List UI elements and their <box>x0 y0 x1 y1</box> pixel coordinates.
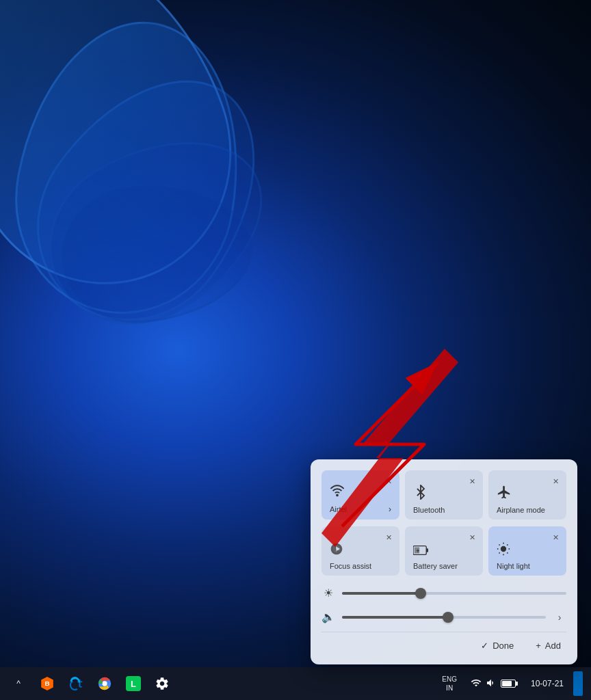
volume-slider-row: 🔈 › <box>321 608 566 626</box>
language-indicator[interactable]: ENGIN <box>438 672 461 695</box>
line-app-icon[interactable]: L <box>120 671 146 697</box>
focus-icon <box>330 542 391 559</box>
chrome-browser-icon[interactable] <box>92 671 118 697</box>
brightness-slider-row: ☀ <box>321 584 566 602</box>
svg-point-19 <box>102 681 107 686</box>
battery-saver-label: Battery saver <box>413 562 475 570</box>
wifi-pin-icon[interactable]: ✕ <box>382 474 395 488</box>
settings-app-icon[interactable] <box>149 671 175 697</box>
svg-text:B: B <box>44 679 49 687</box>
taskbar-right: ENGIN 10-07-21 <box>438 671 586 696</box>
focus-assist-tile[interactable]: ✕ Focus assist <box>321 526 399 576</box>
night-light-icon <box>497 542 558 559</box>
wifi-icon <box>330 483 391 502</box>
volume-icon: 🔈 <box>321 610 335 623</box>
night-light-label: Night light <box>497 562 558 570</box>
done-label: Done <box>492 641 514 651</box>
battery-saver-tile[interactable]: ✕ + Battery saver <box>405 526 483 576</box>
brave-browser-icon[interactable]: B <box>34 671 60 697</box>
tiles-row-2: ✕ Focus assist ✕ + Battery saver <box>321 526 566 576</box>
battery-tray-icon <box>501 679 516 688</box>
system-tray[interactable] <box>465 675 521 693</box>
edge-browser-icon[interactable] <box>63 671 89 697</box>
focus-label: Focus assist <box>330 562 391 570</box>
battery-saver-pin-icon[interactable]: ✕ <box>465 530 479 544</box>
night-light-tile[interactable]: ✕ Night light <box>488 526 566 576</box>
taskbar-left: ^ B <box>5 671 438 697</box>
bluetooth-label: Bluetooth <box>413 506 475 514</box>
add-button[interactable]: + Add <box>530 638 566 654</box>
notification-indicator[interactable] <box>573 671 583 696</box>
svg-line-12 <box>499 552 500 553</box>
wifi-tray-icon <box>471 677 482 690</box>
wifi-expand-icon[interactable]: › <box>389 504 391 514</box>
done-button[interactable]: ✓ Done <box>475 638 519 654</box>
svg-line-8 <box>499 545 500 546</box>
airplane-icon <box>497 485 558 503</box>
svg-text:+: + <box>417 548 420 554</box>
svg-line-9 <box>507 552 508 553</box>
volume-expand-arrow[interactable]: › <box>553 612 566 623</box>
svg-line-13 <box>507 545 508 546</box>
volume-slider[interactable] <box>342 616 546 619</box>
airplane-mode-tile[interactable]: ✕ Airplane mode <box>488 470 566 520</box>
taskbar-clock[interactable]: 10-07-21 <box>525 675 569 692</box>
night-light-pin-icon[interactable]: ✕ <box>549 530 562 544</box>
taskbar-date: 10-07-21 <box>531 678 564 690</box>
bluetooth-icon <box>413 485 475 503</box>
tray-overflow-button[interactable]: ^ <box>5 671 31 697</box>
brightness-slider[interactable] <box>342 592 566 595</box>
wifi-tile[interactable]: ✕ Airtel › <box>321 470 399 520</box>
svg-point-0 <box>337 495 338 496</box>
plus-icon: + <box>536 641 541 651</box>
taskbar: ^ B <box>0 667 591 700</box>
svg-point-5 <box>501 546 506 552</box>
tiles-row-1: ✕ Airtel › ✕ Bluetooth <box>321 470 566 520</box>
checkmark-icon: ✓ <box>481 641 488 651</box>
bluetooth-tile[interactable]: ✕ Bluetooth <box>405 470 483 520</box>
bluetooth-pin-icon[interactable]: ✕ <box>465 474 479 488</box>
battery-saver-icon: + <box>413 543 475 559</box>
wifi-label: Airtel <box>330 505 347 513</box>
volume-tray-icon <box>486 677 497 690</box>
brightness-icon: ☀ <box>321 587 335 600</box>
add-label: Add <box>545 641 561 651</box>
panel-bottom-bar: ✓ Done + Add <box>321 632 566 654</box>
airplane-label: Airplane mode <box>497 506 558 514</box>
svg-text:L: L <box>131 679 136 689</box>
svg-rect-2 <box>426 548 428 552</box>
focus-pin-icon[interactable]: ✕ <box>382 530 395 544</box>
quick-settings-panel: ✕ Airtel › ✕ Bluetooth <box>311 459 577 664</box>
airplane-pin-icon[interactable]: ✕ <box>549 474 562 488</box>
